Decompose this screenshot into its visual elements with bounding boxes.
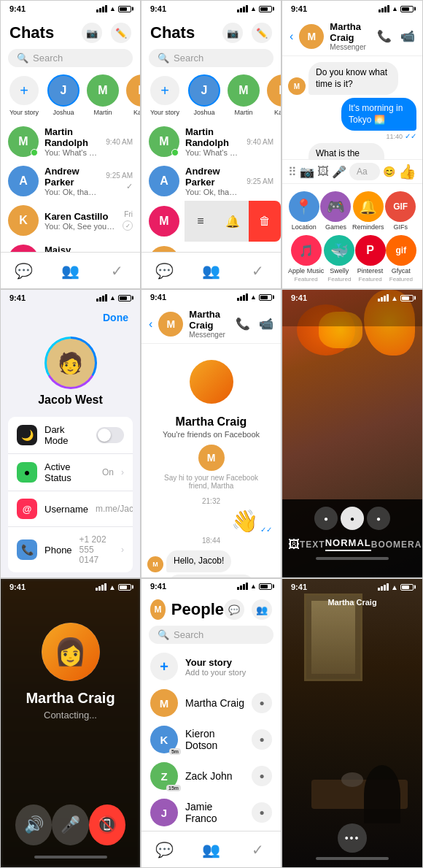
add-story-btn[interactable]: +	[8, 74, 40, 107]
tab-chats-1[interactable]: 💬	[1, 262, 47, 280]
avatar-zack-wrap: Z 15m	[150, 762, 178, 790]
back-btn-5[interactable]: ‹	[149, 318, 152, 331]
story-martin[interactable]: M Martin	[87, 74, 119, 116]
settings-phone[interactable]: 📞 Phone +1 202 555 0147 ›	[8, 527, 133, 572]
like-btn[interactable]: 👍	[398, 163, 416, 180]
your-story-item[interactable]: + Your story Add to your story	[141, 648, 281, 685]
action-kieron[interactable]: ●	[252, 729, 272, 750]
image-input-btn[interactable]: 🖼	[317, 165, 329, 178]
chat-meta-karen: Fri ✓	[123, 210, 133, 231]
story-k2[interactable]: K Karen	[267, 74, 281, 116]
avatar-maisy-swipe: M	[149, 206, 179, 237]
chat-item-martin[interactable]: M Martin Randolph You: What's man! · 9:4…	[1, 122, 140, 161]
add-friend-btn[interactable]: 👥	[252, 599, 272, 620]
app-location[interactable]: 📍 Location	[289, 191, 319, 231]
swipe-delete-btn[interactable]: 🗑	[249, 201, 281, 242]
mic-input-btn[interactable]: 🎤	[332, 165, 346, 179]
chat-item-andrew[interactable]: A Andrew Parker You: Ok, thanks! · 9:25 …	[1, 161, 140, 201]
voice-call-btn[interactable]: 📞	[377, 29, 392, 43]
tab-discover-1[interactable]: ✓	[93, 262, 140, 280]
mute-btn[interactable]: 🎤	[52, 804, 88, 845]
camera-btn-2[interactable]: 📷	[222, 23, 243, 43]
avatar-martin-2: M	[149, 126, 179, 157]
normal-mode-btn[interactable]: NORMAL	[325, 537, 371, 551]
cam-circle-2[interactable]: ●	[341, 507, 364, 530]
tab-people-8[interactable]: 👥	[188, 841, 235, 859]
wifi-6: ▲	[391, 294, 398, 302]
add-story-2[interactable]: +	[149, 74, 181, 107]
end-call-btn[interactable]: 📵	[89, 804, 125, 845]
time-7: 9:41	[9, 583, 26, 591]
tab-chats-8[interactable]: 💬	[141, 841, 188, 859]
app-gfycat[interactable]: gif Gfycat Featured	[386, 235, 416, 283]
story-add[interactable]: + Your story	[8, 74, 40, 116]
panel-martha-conv: 9:41 ▲ ‹ M Martha Craig Messenger 📞 📹	[282, 0, 423, 289]
search-bar-1[interactable]: 🔍 Search	[8, 49, 133, 67]
profile-ring: 🧑	[44, 337, 97, 389]
dark-mode-toggle[interactable]	[96, 427, 124, 443]
tab-discover-2[interactable]: ✓	[234, 262, 281, 280]
story-m2[interactable]: M Martin	[228, 74, 260, 116]
camera-button[interactable]: 📷	[82, 23, 102, 43]
action-martha[interactable]: ●	[252, 693, 272, 713]
app-gifs[interactable]: GIF GIFs	[385, 191, 416, 231]
story-j2[interactable]: J Joshua	[188, 74, 220, 116]
wifi-icon-2: ▲	[250, 5, 257, 12]
done-button[interactable]: Done	[103, 312, 128, 323]
phone-btn-5[interactable]: 📞	[236, 317, 250, 331]
chat-item-martin-2[interactable]: M Martin Randolph You: What's man! · 9:4…	[141, 122, 281, 161]
chat-preview-andrew: You: Ok, thanks! · 9:25 AM	[44, 188, 100, 196]
search-bar-8[interactable]: 🔍 Search	[149, 626, 273, 644]
story-add-2[interactable]: + Your story	[149, 74, 181, 116]
conv-actions: 📞 📹	[377, 29, 415, 43]
message-new-btn[interactable]: 💬	[224, 599, 244, 620]
app-reminders[interactable]: 🔔 Reminders	[352, 191, 384, 231]
app-swelly[interactable]: 🐳 Swelly Featured	[324, 235, 354, 283]
story-name-karen: Karen	[133, 109, 140, 116]
tab-people-2[interactable]: 👥	[188, 262, 235, 280]
action-jamie[interactable]: ●	[252, 802, 272, 823]
action-zack[interactable]: ●	[252, 766, 272, 786]
people-kieron[interactable]: K 5m Kieron Dotson ●	[141, 721, 281, 758]
emoji-btn[interactable]: 😊	[383, 166, 395, 177]
gallery-icon[interactable]: 🖼	[288, 538, 300, 551]
profile-conv-header: ‹ M Martha Craig Messenger 📞 📹	[141, 304, 281, 344]
people-zack[interactable]: Z 15m Zack John ●	[141, 758, 281, 794]
swipe-bell-btn[interactable]: 🔔	[217, 201, 249, 242]
people-jamie[interactable]: J Jamie Franco ●	[141, 794, 281, 831]
camera-input-btn[interactable]: 📷	[300, 165, 314, 179]
app-apple-music[interactable]: 🎵 Apple Music Featured	[288, 235, 324, 283]
app-games[interactable]: 🎮 Games	[320, 191, 351, 231]
say-hi-text: Say hi to your new Facebook friend, Mart…	[147, 474, 275, 490]
tab-chats-2[interactable]: 💬	[141, 262, 188, 280]
tab-people-1[interactable]: 👥	[47, 262, 94, 280]
chat-item-karen[interactable]: K Karen Castillo You: Ok, See you in To.…	[1, 201, 140, 240]
multi-in: What is the most popular meal in Japan? …	[308, 143, 416, 159]
video-call-btn[interactable]: 📹	[400, 29, 415, 43]
more-options-btn[interactable]: •••	[338, 823, 367, 853]
cam-circle-3[interactable]: ●	[367, 507, 390, 530]
settings-active-status[interactable]: ● Active Status On ›	[8, 454, 133, 491]
back-button[interactable]: ‹	[290, 30, 293, 43]
app-pinterest[interactable]: P Pinterest Featured	[355, 235, 386, 283]
story-karen[interactable]: K Karen	[126, 74, 140, 116]
story-joshua[interactable]: J Joshua	[47, 74, 79, 116]
call-controls: 🔊 🎤 📵	[1, 804, 140, 845]
compose-btn-2[interactable]: ✏️	[252, 23, 272, 43]
boomerang-mode-btn[interactable]: BOOMERANG	[371, 539, 423, 550]
chat-item-andrew-2[interactable]: A Andrew Parker You: Ok, thanks! · 9:25 …	[141, 161, 281, 201]
grid-icon[interactable]: ⠿	[288, 165, 297, 179]
video-btn-5[interactable]: 📹	[259, 317, 273, 331]
message-input[interactable]: Aa	[349, 163, 380, 180]
search-bar-2[interactable]: 🔍 Search	[149, 49, 273, 67]
cam-circle-1[interactable]: ●	[314, 507, 338, 530]
speaker-btn[interactable]: 🔊	[15, 804, 52, 845]
add-to-story-label: Add to your story	[185, 668, 246, 677]
settings-dark-mode[interactable]: 🌙 Dark Mode	[8, 417, 133, 454]
settings-username[interactable]: @ Username m.me/Jacob_d ›	[8, 491, 133, 527]
swipe-menu-btn[interactable]: ≡	[185, 201, 217, 242]
compose-button[interactable]: ✏️	[111, 23, 131, 43]
tab-discover-8[interactable]: ✓	[234, 841, 281, 859]
text-mode-btn[interactable]: TEXT	[300, 539, 325, 550]
people-martha[interactable]: M Martha Craig ●	[141, 685, 281, 721]
